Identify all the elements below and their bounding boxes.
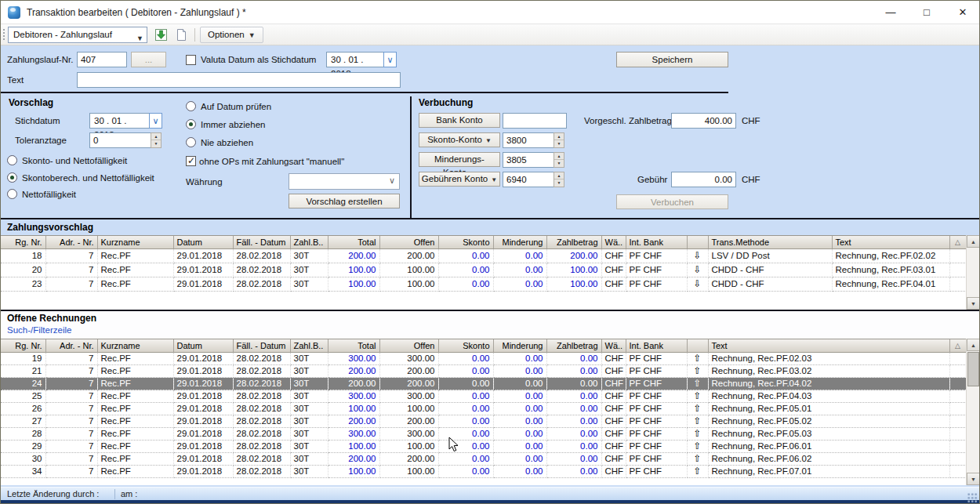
table-row[interactable]: 287Rec.PF29.01.201828.02.201830T300.0030… (1, 427, 966, 440)
waehrung-select[interactable]: ∨ (289, 173, 400, 190)
column-header[interactable]: Trans.Methode (708, 236, 832, 248)
spinner-up-button[interactable]: ▲ (554, 153, 564, 160)
column-header[interactable]: Zahlbetrag (546, 236, 601, 248)
stichdatum-input[interactable]: 30 . 01 . 2018 (89, 113, 150, 129)
scroll-up-button[interactable]: ▲ (967, 235, 980, 248)
load-button[interactable] (152, 27, 170, 43)
column-header[interactable]: △ (949, 236, 966, 248)
toleranztage-spinner[interactable]: ▲▼ (151, 132, 162, 148)
browse-button[interactable]: ... (131, 52, 166, 67)
column-header[interactable]: Kurzname (97, 236, 173, 248)
column-header[interactable]: Adr. - Nr. (45, 339, 97, 352)
table-row[interactable]: 207Rec.PF29.01.201828.02.201830T100.0010… (1, 263, 966, 277)
spinner-down-button[interactable]: ▼ (554, 179, 564, 187)
skonto-konto-spinner[interactable]: ▲▼ (554, 132, 564, 148)
valuta-checkbox[interactable] (186, 55, 196, 65)
column-header[interactable]: Text (832, 236, 949, 248)
spinner-up-button[interactable]: ▲ (554, 172, 564, 179)
column-header[interactable]: Datum (173, 339, 233, 352)
column-header[interactable]: Offen (379, 236, 438, 248)
offene-rechnungen-scrollbar[interactable]: ▲ ▼ (966, 339, 979, 485)
optionen-button[interactable]: Optionen▼ (200, 27, 263, 43)
resize-grip[interactable] (967, 493, 978, 503)
valuta-date-input[interactable]: 30 . 01 . 2018 (326, 52, 384, 67)
spinner-up-button[interactable]: ▲ (554, 133, 564, 140)
column-header[interactable]: Kurzname (97, 339, 173, 352)
ohne-ops-checkbox[interactable] (186, 156, 196, 166)
toolbar-grip[interactable] (2, 28, 5, 42)
text-input[interactable] (77, 72, 401, 88)
column-header[interactable]: Total (328, 236, 379, 248)
column-header[interactable]: Total (328, 339, 379, 352)
column-header[interactable]: Fäll. - Datum (233, 339, 290, 352)
new-document-button[interactable] (172, 27, 191, 43)
zahlbetrag-input[interactable] (671, 113, 736, 129)
table-row[interactable]: 187Rec.PF29.01.201828.02.201830T200.0020… (1, 248, 966, 263)
column-header[interactable]: Zahl.B.. (290, 339, 328, 352)
spinner-up-button[interactable]: ▲ (151, 133, 161, 140)
toleranztage-input[interactable] (89, 132, 151, 148)
valuta-date-dropdown-button[interactable]: ∨ (383, 52, 397, 67)
column-header[interactable]: Minderung (493, 236, 546, 248)
table-row[interactable]: 247Rec.PF29.01.201828.02.201830T200.0020… (1, 377, 966, 390)
verbuchen-button[interactable]: Verbuchen (616, 194, 728, 209)
table-cell: Rechnung, Rec.PF.05.03 (708, 427, 949, 440)
column-header[interactable]: Offen (379, 339, 438, 352)
zahlungslauf-input[interactable] (77, 52, 127, 67)
scroll-down-button[interactable]: ▼ (967, 297, 980, 310)
gebuehren-konto-input[interactable] (503, 172, 554, 187)
column-header[interactable] (687, 339, 708, 352)
column-header[interactable]: Int. Bank (626, 339, 687, 352)
table-row[interactable]: 347Rec.PF29.01.201828.02.201830T100.0010… (1, 465, 966, 477)
column-header[interactable]: Rg. Nr. (1, 339, 45, 352)
column-header[interactable]: Wä.. (601, 339, 626, 352)
table-row[interactable]: 277Rec.PF29.01.201828.02.201830T200.0020… (1, 415, 966, 427)
column-header[interactable]: Datum (173, 236, 233, 248)
skonto-konto-input[interactable] (503, 132, 554, 148)
filter-row-link[interactable]: Such-/Filterzeile (7, 325, 71, 335)
spinner-down-button[interactable]: ▼ (151, 140, 161, 147)
table-row[interactable]: 297Rec.PF29.01.201828.02.201830T100.0010… (1, 440, 966, 452)
minderungs-konto-button[interactable]: Minderungs-Konto▼ (419, 152, 500, 167)
column-header[interactable]: Skonto (438, 236, 493, 248)
column-header[interactable]: Zahlbetrag (546, 339, 601, 352)
table-row[interactable]: 217Rec.PF29.01.201828.02.201830T200.0020… (1, 364, 966, 377)
gebuehr-input[interactable] (671, 172, 736, 187)
gebuehren-konto-button[interactable]: Gebühren Konto▼ (419, 172, 500, 187)
bank-konto-button[interactable]: Bank Konto (419, 113, 500, 128)
column-header[interactable]: Fäll. - Datum (233, 236, 290, 248)
scroll-down-button[interactable]: ▼ (967, 473, 980, 485)
minderungs-konto-spinner[interactable]: ▲▼ (554, 152, 564, 168)
spinner-down-button[interactable]: ▼ (554, 160, 564, 167)
minimize-button[interactable]: — (877, 1, 904, 24)
column-header[interactable]: Rg. Nr. (1, 236, 45, 248)
spinner-down-button[interactable]: ▼ (554, 140, 564, 147)
gebuehren-konto-spinner[interactable]: ▲▼ (554, 172, 564, 187)
column-header[interactable]: Wä.. (601, 236, 626, 248)
zahlungsvorschlag-scrollbar[interactable]: ▲ ▼ (966, 235, 979, 310)
column-header[interactable]: Text (708, 339, 949, 352)
column-header[interactable]: Minderung (493, 339, 546, 352)
transaction-type-select[interactable]: Debitoren - Zahlungslauf ▼ (8, 27, 147, 43)
speichern-button[interactable]: Speichern (616, 52, 728, 67)
column-header[interactable]: Int. Bank (626, 236, 687, 248)
column-header[interactable] (687, 236, 708, 248)
minderungs-konto-input[interactable] (503, 152, 554, 168)
vorschlag-erstellen-button[interactable]: Vorschlag erstellen (289, 194, 400, 208)
stichdatum-dropdown-button[interactable]: ∨ (149, 113, 162, 129)
scroll-up-button[interactable]: ▲ (967, 339, 980, 351)
table-row[interactable]: 257Rec.PF29.01.201828.02.201830T300.0030… (1, 390, 966, 402)
table-row[interactable]: 237Rec.PF29.01.201828.02.201830T100.0010… (1, 277, 966, 291)
skonto-konto-button[interactable]: Skonto-Konto▼ (419, 132, 500, 147)
table-row[interactable]: 197Rec.PF29.01.201828.02.201830T300.0030… (1, 352, 966, 364)
maximize-button[interactable]: □ (913, 1, 940, 24)
column-header[interactable]: Skonto (438, 339, 493, 352)
scrollbar-thumb[interactable] (967, 352, 979, 386)
column-header[interactable]: Zahl.B.. (290, 236, 328, 248)
close-button[interactable]: ✕ (949, 1, 976, 24)
column-header[interactable]: △ (949, 339, 966, 352)
table-row[interactable]: 267Rec.PF29.01.201828.02.201830T100.0010… (1, 402, 966, 415)
bank-konto-input[interactable] (503, 113, 567, 129)
table-row[interactable]: 307Rec.PF29.01.201828.02.201830T200.0020… (1, 452, 966, 465)
column-header[interactable]: Adr. - Nr. (45, 236, 97, 248)
